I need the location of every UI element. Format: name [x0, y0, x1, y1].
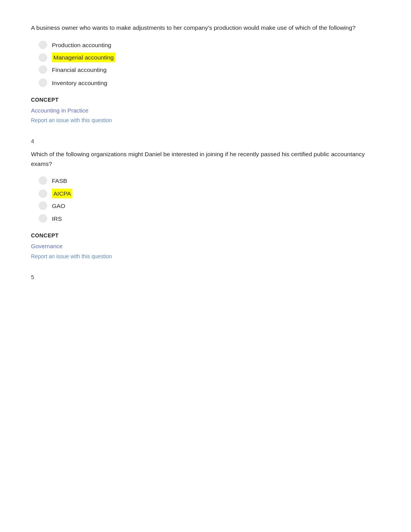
radio-button[interactable]	[39, 214, 47, 223]
question-text-3: A business owner who wants to make adjus…	[31, 23, 380, 33]
question-number-4: 4	[31, 137, 380, 146]
question-block-4: Which of the following organizations mig…	[31, 150, 380, 261]
concept-block-3: CONCEPT Accounting in Practice Report an…	[31, 96, 380, 125]
answer-option[interactable]: IRS	[31, 213, 380, 224]
question-block-3: A business owner who wants to make adjus…	[31, 23, 380, 124]
answer-option[interactable]: Financial accounting	[31, 65, 380, 75]
answer-label: Production accounting	[52, 40, 111, 50]
answer-label: IRS	[52, 213, 62, 224]
radio-button[interactable]	[39, 65, 47, 74]
radio-button[interactable]	[39, 53, 47, 62]
radio-button[interactable]	[39, 78, 47, 87]
answer-label: Financial accounting	[52, 65, 106, 75]
question-text-4: Which of the following organizations mig…	[31, 150, 380, 169]
radio-button[interactable]	[39, 189, 47, 198]
report-issue-link-4[interactable]: Report an issue with this question	[31, 252, 380, 261]
concept-link-4[interactable]: Governance	[31, 242, 380, 251]
answer-option[interactable]: GAO	[31, 201, 380, 211]
answer-option[interactable]: FASB	[31, 176, 380, 186]
answer-label: GAO	[52, 201, 65, 211]
concept-link-3[interactable]: Accounting in Practice	[31, 106, 380, 115]
answer-option[interactable]: Production accounting	[31, 40, 380, 50]
answer-option[interactable]: AICPA	[31, 189, 380, 198]
answer-label-highlighted: Managerial accounting	[52, 53, 115, 62]
answer-label-highlighted: AICPA	[52, 189, 72, 198]
report-issue-link-3[interactable]: Report an issue with this question	[31, 116, 380, 124]
answer-option[interactable]: Managerial accounting	[31, 53, 380, 62]
answer-option[interactable]: Inventory accounting	[31, 78, 380, 88]
radio-button[interactable]	[39, 201, 47, 210]
radio-button[interactable]	[39, 176, 47, 185]
concept-label: CONCEPT	[31, 96, 380, 104]
answer-label: Inventory accounting	[52, 78, 107, 88]
answer-label: FASB	[52, 176, 67, 186]
question-number-5: 5	[31, 273, 380, 282]
radio-button[interactable]	[39, 41, 47, 49]
concept-label: CONCEPT	[31, 232, 380, 240]
concept-block-4: CONCEPT Governance Report an issue with …	[31, 232, 380, 261]
